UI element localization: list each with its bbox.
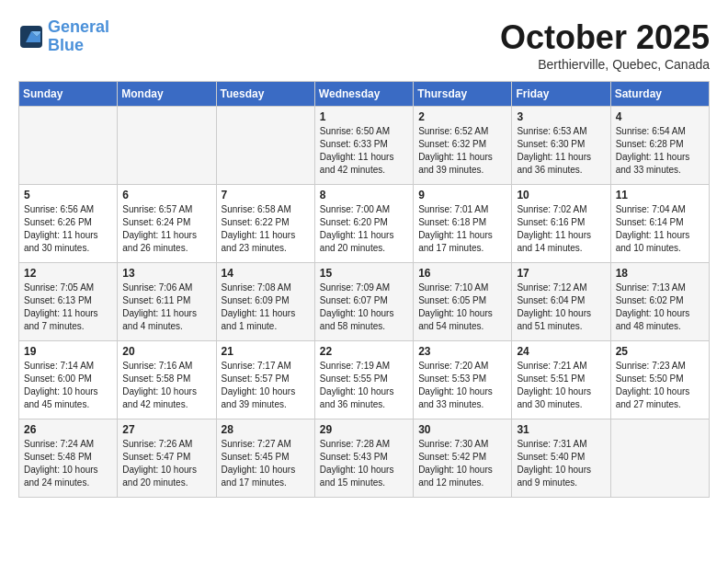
calendar-cell: 18Sunrise: 7:13 AM Sunset: 6:02 PM Dayli…	[610, 263, 709, 341]
day-number: 5	[24, 189, 112, 201]
calendar-cell: 24Sunrise: 7:21 AM Sunset: 5:51 PM Dayli…	[512, 341, 610, 419]
calendar-week-row: 19Sunrise: 7:14 AM Sunset: 6:00 PM Dayli…	[19, 341, 710, 419]
calendar-week-row: 26Sunrise: 7:24 AM Sunset: 5:48 PM Dayli…	[19, 419, 710, 498]
calendar-cell: 28Sunrise: 7:27 AM Sunset: 5:45 PM Dayli…	[216, 419, 314, 498]
calendar-cell: 29Sunrise: 7:28 AM Sunset: 5:43 PM Dayli…	[314, 419, 413, 498]
calendar-cell: 1Sunrise: 6:50 AM Sunset: 6:33 PM Daylig…	[314, 107, 413, 185]
day-number: 27	[122, 423, 210, 436]
day-number: 3	[517, 110, 605, 123]
day-number: 9	[418, 189, 506, 201]
day-number: 19	[24, 345, 112, 358]
calendar-cell: 19Sunrise: 7:14 AM Sunset: 6:00 PM Dayli…	[19, 341, 118, 419]
calendar-cell: 9Sunrise: 7:01 AM Sunset: 6:18 PM Daylig…	[414, 185, 512, 263]
title-block: October 2025 Berthierville, Quebec, Cana…	[500, 18, 710, 72]
day-number: 28	[222, 423, 310, 436]
calendar-cell: 8Sunrise: 7:00 AM Sunset: 6:20 PM Daylig…	[314, 185, 413, 263]
calendar-cell: 30Sunrise: 7:30 AM Sunset: 5:42 PM Dayli…	[414, 419, 512, 498]
calendar-cell: 7Sunrise: 6:58 AM Sunset: 6:22 PM Daylig…	[216, 185, 314, 263]
calendar-cell: 3Sunrise: 6:53 AM Sunset: 6:30 PM Daylig…	[512, 107, 610, 185]
weekday-header-monday: Monday	[118, 82, 216, 107]
day-info: Sunrise: 7:30 AM Sunset: 5:42 PM Dayligh…	[418, 438, 506, 489]
day-info: Sunrise: 7:14 AM Sunset: 6:00 PM Dayligh…	[24, 360, 112, 411]
calendar-cell: 16Sunrise: 7:10 AM Sunset: 6:05 PM Dayli…	[414, 263, 512, 341]
location: Berthierville, Quebec, Canada	[500, 57, 710, 72]
day-info: Sunrise: 7:24 AM Sunset: 5:48 PM Dayligh…	[24, 438, 112, 489]
day-info: Sunrise: 7:09 AM Sunset: 6:07 PM Dayligh…	[320, 282, 408, 333]
day-number: 16	[418, 267, 506, 280]
day-info: Sunrise: 7:20 AM Sunset: 5:53 PM Dayligh…	[418, 360, 506, 411]
day-number: 26	[24, 423, 112, 436]
calendar-cell: 11Sunrise: 7:04 AM Sunset: 6:14 PM Dayli…	[610, 185, 709, 263]
day-info: Sunrise: 7:06 AM Sunset: 6:11 PM Dayligh…	[122, 282, 210, 333]
day-info: Sunrise: 7:21 AM Sunset: 5:51 PM Dayligh…	[517, 360, 605, 411]
day-info: Sunrise: 7:28 AM Sunset: 5:43 PM Dayligh…	[320, 438, 408, 489]
day-info: Sunrise: 7:10 AM Sunset: 6:05 PM Dayligh…	[418, 282, 506, 333]
day-info: Sunrise: 6:54 AM Sunset: 6:28 PM Dayligh…	[616, 125, 704, 177]
calendar-cell: 25Sunrise: 7:23 AM Sunset: 5:50 PM Dayli…	[610, 341, 709, 419]
day-info: Sunrise: 6:57 AM Sunset: 6:24 PM Dayligh…	[122, 203, 210, 255]
day-info: Sunrise: 7:01 AM Sunset: 6:18 PM Dayligh…	[418, 203, 506, 255]
day-info: Sunrise: 7:17 AM Sunset: 5:57 PM Dayligh…	[222, 360, 310, 411]
calendar-cell: 22Sunrise: 7:19 AM Sunset: 5:55 PM Dayli…	[314, 341, 413, 419]
calendar-week-row: 1Sunrise: 6:50 AM Sunset: 6:33 PM Daylig…	[19, 107, 710, 185]
day-info: Sunrise: 7:23 AM Sunset: 5:50 PM Dayligh…	[616, 360, 704, 411]
day-number: 15	[320, 267, 408, 280]
day-number: 10	[517, 189, 605, 201]
weekday-header-saturday: Saturday	[610, 82, 709, 107]
calendar-cell: 12Sunrise: 7:05 AM Sunset: 6:13 PM Dayli…	[19, 263, 118, 341]
calendar-cell	[610, 419, 709, 498]
calendar-cell	[216, 107, 314, 185]
day-info: Sunrise: 7:08 AM Sunset: 6:09 PM Dayligh…	[222, 282, 310, 333]
day-number: 21	[222, 345, 310, 358]
day-number: 23	[418, 345, 506, 358]
day-number: 31	[517, 423, 605, 436]
calendar-cell: 26Sunrise: 7:24 AM Sunset: 5:48 PM Dayli…	[19, 419, 118, 498]
calendar-cell: 2Sunrise: 6:52 AM Sunset: 6:32 PM Daylig…	[414, 107, 512, 185]
day-number: 18	[616, 267, 704, 280]
calendar-cell: 15Sunrise: 7:09 AM Sunset: 6:07 PM Dayli…	[314, 263, 413, 341]
day-number: 12	[24, 267, 112, 280]
day-info: Sunrise: 7:04 AM Sunset: 6:14 PM Dayligh…	[616, 203, 704, 255]
day-number: 1	[320, 110, 408, 123]
logo-text: General Blue	[48, 18, 109, 55]
calendar-cell: 20Sunrise: 7:16 AM Sunset: 5:58 PM Dayli…	[118, 341, 216, 419]
weekday-header-row: SundayMondayTuesdayWednesdayThursdayFrid…	[19, 82, 710, 107]
weekday-header-tuesday: Tuesday	[216, 82, 314, 107]
day-info: Sunrise: 6:50 AM Sunset: 6:33 PM Dayligh…	[320, 125, 408, 177]
day-number: 8	[320, 189, 408, 201]
calendar-cell	[19, 107, 118, 185]
day-number: 2	[418, 110, 506, 123]
day-info: Sunrise: 6:56 AM Sunset: 6:26 PM Dayligh…	[24, 203, 112, 255]
day-number: 22	[320, 345, 408, 358]
calendar-cell: 27Sunrise: 7:26 AM Sunset: 5:47 PM Dayli…	[118, 419, 216, 498]
day-info: Sunrise: 6:52 AM Sunset: 6:32 PM Dayligh…	[418, 125, 506, 177]
weekday-header-thursday: Thursday	[414, 82, 512, 107]
day-number: 29	[320, 423, 408, 436]
calendar-table: SundayMondayTuesdayWednesdayThursdayFrid…	[18, 81, 710, 498]
logo: General Blue	[18, 18, 109, 55]
calendar-week-row: 12Sunrise: 7:05 AM Sunset: 6:13 PM Dayli…	[19, 263, 710, 341]
day-info: Sunrise: 7:02 AM Sunset: 6:16 PM Dayligh…	[517, 203, 605, 255]
day-number: 4	[616, 110, 704, 123]
calendar-cell: 17Sunrise: 7:12 AM Sunset: 6:04 PM Dayli…	[512, 263, 610, 341]
day-number: 7	[222, 189, 310, 201]
calendar-cell: 14Sunrise: 7:08 AM Sunset: 6:09 PM Dayli…	[216, 263, 314, 341]
month-title: October 2025	[500, 18, 710, 57]
day-info: Sunrise: 7:27 AM Sunset: 5:45 PM Dayligh…	[222, 438, 310, 489]
calendar-cell: 10Sunrise: 7:02 AM Sunset: 6:16 PM Dayli…	[512, 185, 610, 263]
day-number: 13	[122, 267, 210, 280]
day-number: 11	[616, 189, 704, 201]
day-number: 24	[517, 345, 605, 358]
calendar-cell: 23Sunrise: 7:20 AM Sunset: 5:53 PM Dayli…	[414, 341, 512, 419]
day-number: 6	[122, 189, 210, 201]
calendar-cell: 31Sunrise: 7:31 AM Sunset: 5:40 PM Dayli…	[512, 419, 610, 498]
day-info: Sunrise: 7:26 AM Sunset: 5:47 PM Dayligh…	[122, 438, 210, 489]
day-number: 14	[222, 267, 310, 280]
day-info: Sunrise: 6:53 AM Sunset: 6:30 PM Dayligh…	[517, 125, 605, 177]
calendar-cell: 5Sunrise: 6:56 AM Sunset: 6:26 PM Daylig…	[19, 185, 118, 263]
calendar-cell: 6Sunrise: 6:57 AM Sunset: 6:24 PM Daylig…	[118, 185, 216, 263]
calendar-cell	[118, 107, 216, 185]
day-number: 17	[517, 267, 605, 280]
weekday-header-wednesday: Wednesday	[314, 82, 413, 107]
day-info: Sunrise: 7:31 AM Sunset: 5:40 PM Dayligh…	[517, 438, 605, 489]
